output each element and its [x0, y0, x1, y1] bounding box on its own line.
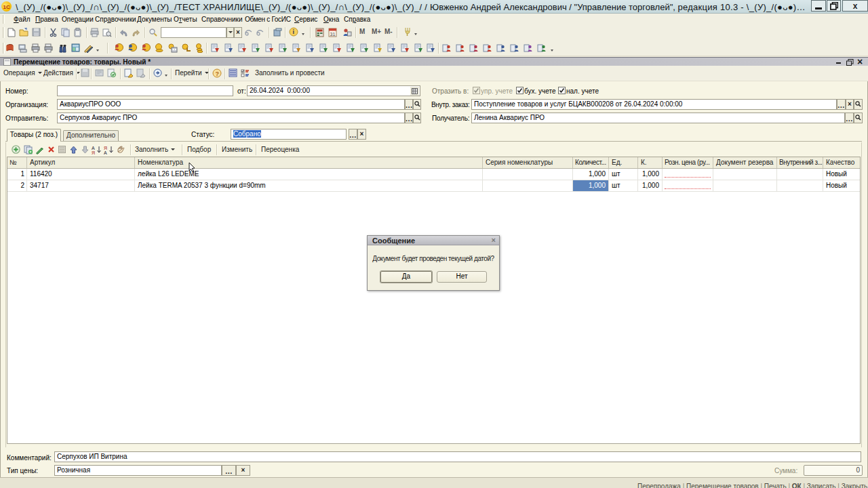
svg-text:Я: Я — [92, 150, 95, 155]
svg-text:?: ? — [216, 70, 220, 77]
svg-text:Я: Я — [104, 146, 107, 150]
svg-text:А: А — [92, 146, 95, 150]
svg-text:i: i — [293, 28, 295, 35]
svg-text:А: А — [104, 150, 107, 155]
svg-text:31: 31 — [330, 32, 336, 37]
